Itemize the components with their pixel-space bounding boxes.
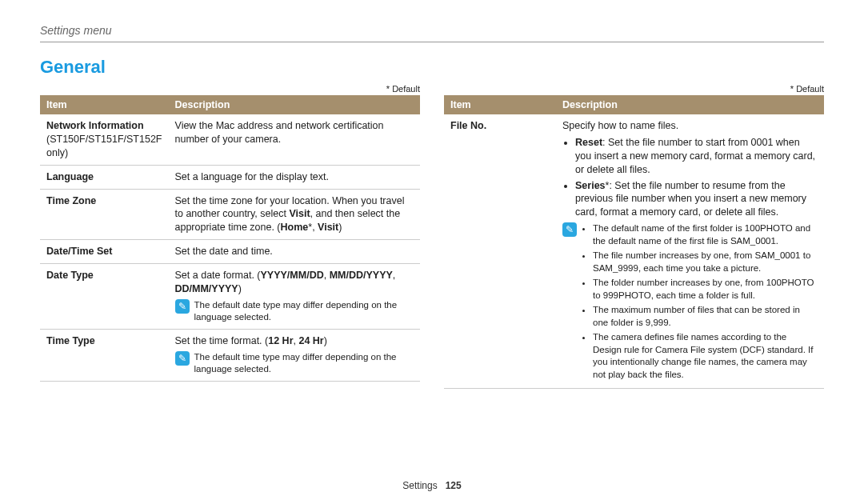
- description-cell: Set a date format. (YYYY/MM/DD, MM/DD/YY…: [169, 264, 420, 330]
- note-icon: ✎: [175, 351, 190, 366]
- item-cell: Network Information(ST150F/ST151F/ST152F…: [40, 114, 169, 165]
- description-cell: Set the date and time.: [169, 240, 420, 264]
- table-row: Time TypeSet the time format. (12 Hr, 24…: [40, 329, 420, 381]
- description-cell: Set a language for the display text.: [169, 165, 420, 189]
- default-note-right: * Default: [444, 84, 824, 94]
- table-row: Date TypeSet a date format. (YYYY/MM/DD,…: [40, 264, 420, 330]
- settings-table-left: Item Description Network Information(ST1…: [40, 95, 420, 382]
- footer-label: Settings: [402, 480, 437, 491]
- table-row: File No.Specify how to name files.Reset:…: [444, 114, 824, 389]
- note: ✎The default date type may differ depend…: [175, 299, 414, 324]
- description-cell: Set the time format. (12 Hr, 24 Hr)✎The …: [169, 329, 420, 381]
- breadcrumb: Settings menu: [40, 24, 824, 37]
- page: Settings menu General * Default Item Des…: [0, 0, 864, 504]
- page-title: General: [40, 57, 824, 78]
- table-row: LanguageSet a language for the display t…: [40, 165, 420, 189]
- note-icon: ✎: [175, 299, 190, 314]
- content-columns: * Default Item Description Network Infor…: [40, 84, 824, 389]
- table-row: Date/Time SetSet the date and time.: [40, 240, 420, 264]
- item-cell: Time Zone: [40, 189, 169, 240]
- divider: [40, 42, 824, 42]
- footer-page-number: 125: [446, 480, 462, 491]
- page-footer: Settings 125: [0, 480, 864, 491]
- th-item: Item: [40, 95, 169, 114]
- th-desc: Description: [169, 95, 420, 114]
- left-column: * Default Item Description Network Infor…: [40, 84, 420, 389]
- item-cell: Date/Time Set: [40, 240, 169, 264]
- description-cell: View the Mac address and network certifi…: [169, 114, 420, 165]
- description-cell: Set the time zone for your location. Whe…: [169, 189, 420, 240]
- item-cell: Date Type: [40, 264, 169, 330]
- settings-table-right: Item Description File No.Specify how to …: [444, 95, 824, 389]
- description-cell: Specify how to name files.Reset: Set the…: [556, 114, 824, 389]
- default-note-left: * Default: [40, 84, 420, 94]
- th-desc: Description: [556, 95, 824, 114]
- th-item: Item: [444, 95, 556, 114]
- table-row: Network Information(ST150F/ST151F/ST152F…: [40, 114, 420, 165]
- item-cell: Time Type: [40, 329, 169, 381]
- table-row: Time ZoneSet the time zone for your loca…: [40, 189, 420, 240]
- note-icon: ✎: [562, 222, 577, 237]
- item-cell: File No.: [444, 114, 556, 389]
- right-column: * Default Item Description File No.Speci…: [444, 84, 824, 389]
- note: ✎The default time type may differ depend…: [175, 351, 414, 376]
- note: ✎The default name of the first folder is…: [562, 222, 818, 383]
- item-cell: Language: [40, 165, 169, 189]
